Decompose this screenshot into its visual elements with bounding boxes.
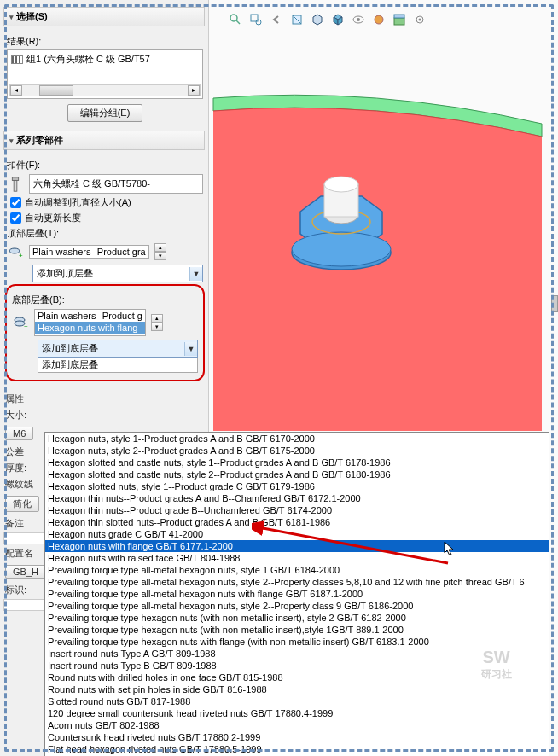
dropdown-item[interactable]: Prevailing torque type hexagon nuts (wit… [45, 624, 549, 636]
zoom-fit-icon[interactable] [226, 10, 245, 29]
dropdown-item[interactable]: Hexagon slotted and castle nuts, style 2… [45, 468, 549, 480]
bottom-stack-item2[interactable]: Hexagon nuts with flang [35, 322, 145, 334]
auto-diameter-check[interactable]: 自动调整到孔直径大小(A) [10, 196, 203, 209]
svg-rect-17 [394, 15, 404, 18]
dropdown-item[interactable]: Prevailing torque type all-metal hexagon… [45, 564, 549, 576]
dropdown-item[interactable]: Flat head hexagon riveted nuts GB/T 1788… [45, 743, 549, 755]
simplify-button[interactable]: 简化 [5, 496, 39, 512]
result-item[interactable]: 组1 (六角头螺栓 C 级 GB/T57 [9, 52, 201, 67]
dropdown-item[interactable]: Prevailing torque type hexagon nuts with… [45, 636, 549, 648]
fastener-label: 扣件(F): [7, 159, 203, 172]
auto-length-checkbox[interactable] [10, 212, 21, 224]
svg-point-10 [256, 20, 261, 25]
svg-point-19 [419, 19, 421, 21]
svg-point-14 [357, 18, 360, 21]
dropdown-item[interactable]: Insert round nuts Type B GB/T 809-1988 [45, 660, 549, 672]
dropdown-item[interactable]: Hexagon thin slotted nuts--Product grade… [45, 516, 549, 528]
view-settings-icon[interactable] [410, 10, 429, 29]
dropdown-item[interactable]: Hexagon thin nuts--Product grades A and … [45, 492, 549, 504]
result-list[interactable]: 组1 (六角头螺栓 C 级 GB/T57 ◂▸ [7, 49, 203, 99]
bottom-stack-item1[interactable]: Plain washers--Product g [35, 310, 145, 322]
dropdown-item[interactable]: Prevailing torque type all-metal hexagon… [45, 588, 549, 600]
bottom-stack-list[interactable]: Plain washers--Product g Hexagon nuts wi… [34, 309, 146, 336]
svg-text:+: + [24, 323, 28, 330]
bottom-stack-label: 底部层叠(B): [12, 294, 198, 306]
dropdown-item[interactable]: Acorn nuts GB/T 802-1988 [45, 719, 549, 731]
result-label: 结果(R): [7, 35, 203, 48]
nut-type-dropdown[interactable]: Hexagon nuts, style 1--Product grades A … [44, 432, 549, 756]
dropdown-item[interactable]: Hexagon nuts with raised face GB/T 804-1… [45, 552, 549, 564]
fastener-field[interactable]: 六角头螺栓 C 级 GB/T5780- [29, 174, 203, 194]
dropdown-item[interactable]: Hexagon nuts, style 1--Product grades A … [45, 433, 549, 445]
result-scrollbar[interactable]: ◂▸ [9, 84, 201, 96]
dropdown-item[interactable]: Hexagon slotted and castle nuts, style 1… [45, 457, 549, 468]
washer-add-icon: + [7, 242, 24, 261]
bottom-stack-spinner[interactable]: ▴▾ [151, 314, 163, 331]
gbh-button[interactable]: GB_H [5, 565, 46, 579]
bottom-stack-subopt[interactable]: 添加到底层叠 [38, 358, 198, 373]
section-series[interactable]: 系列零部件 [3, 131, 205, 150]
dropdown-item[interactable]: Slotted round nuts GB/T 817-1988 [45, 695, 549, 707]
washer-add-icon-bottom: + [12, 313, 29, 332]
section-view-icon[interactable] [288, 10, 306, 29]
dropdown-item[interactable]: Prevailing torque type all-metal hexagon… [45, 600, 549, 612]
svg-point-7 [230, 15, 237, 21]
edit-appearance-icon[interactable] [369, 10, 388, 29]
bottom-stack-combo[interactable]: 添加到底层叠▼ [38, 340, 198, 358]
apply-scene-icon[interactable] [390, 10, 409, 29]
top-stack-label: 顶部层叠(T): [7, 227, 203, 240]
svg-point-15 [375, 15, 383, 24]
prev-view-icon[interactable] [267, 10, 286, 29]
dropdown-item[interactable]: Insert round nuts Type A GB/T 809-1988 [45, 648, 549, 660]
top-stack-spinner[interactable]: ▴▾ [154, 243, 166, 260]
3d-model [209, 38, 546, 431]
svg-rect-0 [12, 177, 18, 180]
dropdown-item[interactable]: Hexagon nuts, style 2--Product grades A … [45, 445, 549, 457]
dropdown-item[interactable]: Round nuts with drilled holes in one fac… [45, 672, 549, 683]
zoom-area-icon[interactable] [247, 10, 265, 29]
auto-length-check[interactable]: 自动更新长度 [10, 212, 203, 224]
dropdown-item[interactable]: Hexagon slotted nuts, style 1--Product g… [45, 480, 549, 492]
view-orient-icon[interactable] [308, 10, 327, 29]
svg-point-25 [324, 177, 358, 192]
section-select[interactable]: 选择(S) [3, 7, 205, 26]
dropdown-item[interactable]: Hexagon nuts with flange GB/T 6177.1-200… [45, 540, 549, 552]
top-stack-combo[interactable]: 添加到顶层叠▼ [32, 265, 203, 282]
dropdown-item[interactable]: Countersunk head riveted nuts GB/T 17880… [45, 731, 549, 743]
svg-text:+: + [19, 252, 23, 259]
m6-button[interactable]: M6 [5, 427, 33, 440]
dropdown-item[interactable]: Hexagon thin nuts--Product grade B--Unch… [45, 504, 549, 516]
dropdown-item[interactable]: Prevailing torque type hexagon nuts (wit… [45, 612, 549, 624]
svg-line-8 [236, 20, 240, 24]
top-stack-list[interactable]: Plain washers--Product gra [29, 245, 149, 259]
svg-rect-16 [394, 18, 404, 25]
dropdown-item[interactable]: Prevailing torque type all-metal hexagon… [45, 576, 549, 588]
edit-group-button[interactable]: 编辑分组(E) [67, 104, 143, 122]
dropdown-item[interactable]: 120 degree small countersunk head rivete… [45, 707, 549, 719]
hide-show-icon[interactable] [349, 10, 368, 29]
cursor-icon [444, 541, 456, 560]
svg-rect-1 [14, 180, 17, 191]
auto-diameter-checkbox[interactable] [10, 197, 21, 208]
display-style-icon[interactable] [328, 10, 347, 29]
svg-point-21 [292, 232, 391, 266]
panel-resize-handle[interactable] [551, 295, 558, 312]
view-toolbar [226, 10, 429, 29]
group-icon [11, 55, 23, 64]
dropdown-item[interactable]: Round nuts with set pin holes in side GB… [45, 683, 549, 695]
bottom-stack-highlighted: 底部层叠(B): + Plain washers--Product g Hexa… [5, 284, 205, 381]
result-text: 组1 (六角头螺栓 C 级 GB/T57 [26, 53, 150, 66]
bolt-icon [7, 175, 24, 194]
dropdown-item[interactable]: Hexagon nuts grade C GB/T 41-2000 [45, 528, 549, 540]
